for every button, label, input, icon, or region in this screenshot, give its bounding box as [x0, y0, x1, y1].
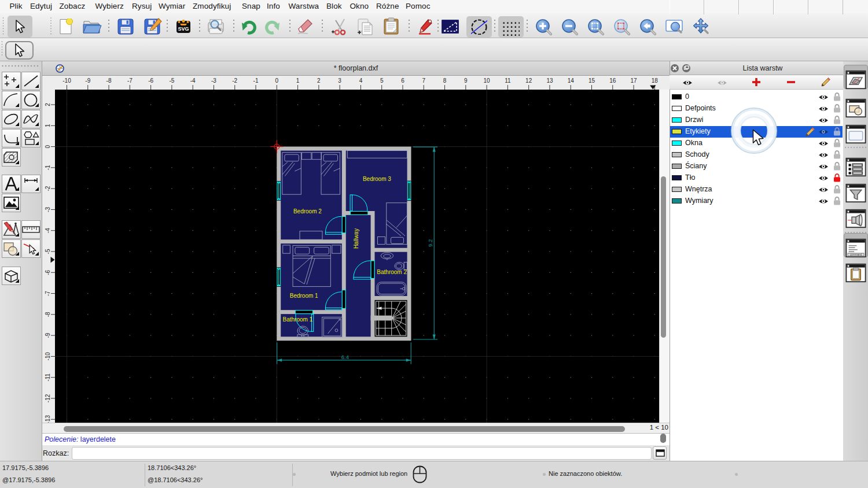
- svg-text:8: 8: [443, 77, 447, 84]
- svg-text:-10: -10: [62, 77, 71, 84]
- svg-text:-6: -6: [45, 269, 51, 275]
- svg-text:13: 13: [546, 77, 553, 84]
- svg-text:SVG: SVG: [178, 26, 189, 32]
- svg-text:command: command: [849, 253, 862, 256]
- svg-text:12: 12: [525, 77, 532, 84]
- svg-text:-2: -2: [232, 77, 237, 84]
- svg-text:Bathroom 1: Bathroom 1: [283, 316, 313, 323]
- svg-text:6: 6: [401, 77, 404, 84]
- svg-text:1: 1: [45, 124, 51, 127]
- svg-text:-8: -8: [106, 77, 112, 84]
- svg-text:3: 3: [338, 77, 341, 84]
- svg-text:-7: -7: [127, 77, 133, 84]
- svg-text:1: 1: [296, 77, 300, 84]
- svg-text:11: 11: [505, 77, 511, 84]
- svg-text:-3: -3: [45, 207, 51, 212]
- svg-text:-1: -1: [45, 165, 51, 170]
- svg-text:-4: -4: [190, 77, 196, 84]
- svg-text:-10: -10: [45, 352, 51, 361]
- svg-text:2: 2: [317, 77, 321, 84]
- svg-text:Hallway: Hallway: [353, 228, 359, 249]
- svg-text:Bathroom 2: Bathroom 2: [377, 269, 407, 275]
- svg-text:0: 0: [45, 145, 51, 148]
- svg-text:18: 18: [652, 77, 659, 84]
- svg-text:Bedroom 3: Bedroom 3: [363, 176, 391, 182]
- svg-text:-8: -8: [45, 312, 51, 317]
- svg-text:-5: -5: [45, 249, 51, 254]
- svg-text:10: 10: [484, 77, 491, 84]
- svg-text:7: 7: [422, 77, 425, 84]
- svg-text:9: 9: [464, 77, 468, 84]
- svg-text:-6: -6: [148, 77, 153, 84]
- svg-text:4: 4: [359, 77, 363, 84]
- svg-text:0: 0: [275, 77, 279, 84]
- svg-text:Bedroom 1: Bedroom 1: [290, 293, 318, 299]
- svg-text:-7: -7: [45, 291, 51, 296]
- svg-text:-11: -11: [45, 373, 51, 381]
- svg-text:9.2: 9.2: [427, 239, 433, 247]
- svg-text:14: 14: [568, 77, 575, 84]
- svg-text:6.4: 6.4: [341, 354, 349, 360]
- svg-text:-12: -12: [45, 394, 51, 402]
- svg-text:-13: -13: [45, 415, 51, 423]
- svg-text:-9: -9: [45, 332, 51, 338]
- svg-text:16: 16: [609, 77, 616, 84]
- svg-text:-9: -9: [85, 77, 90, 84]
- svg-text:17: 17: [630, 77, 637, 84]
- svg-text:-1: -1: [253, 77, 259, 84]
- svg-text:-3: -3: [211, 77, 216, 84]
- svg-text:2: 2: [45, 103, 51, 106]
- svg-text:5: 5: [380, 77, 384, 84]
- svg-text:-4: -4: [45, 228, 51, 233]
- svg-text:-2: -2: [45, 186, 51, 191]
- svg-text:15: 15: [589, 77, 595, 84]
- svg-text:-5: -5: [169, 77, 174, 84]
- svg-text:Bedroom 2: Bedroom 2: [293, 208, 322, 215]
